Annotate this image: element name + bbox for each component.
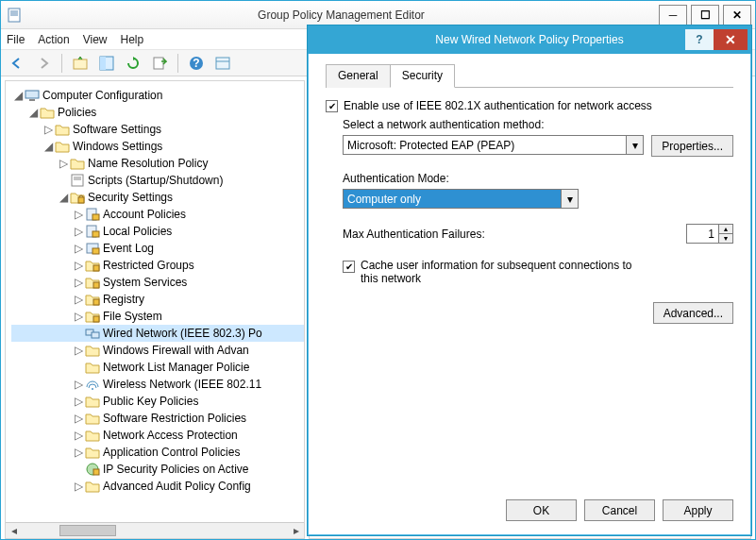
auth-mode-select[interactable]: Computer only ▾ [343, 189, 579, 209]
tree-label[interactable]: Network List Manager Policie [103, 361, 249, 374]
tab-security[interactable]: Security [390, 64, 455, 88]
back-button[interactable] [7, 53, 27, 74]
expand-icon[interactable]: ▷ [72, 395, 85, 408]
tree-label[interactable]: Scripts (Startup/Shutdown) [88, 174, 223, 187]
tree-label[interactable]: Network Access Protection [103, 429, 238, 442]
expand-icon[interactable]: ▷ [72, 412, 85, 425]
tree-label[interactable]: Wireless Network (IEEE 802.11 [103, 378, 261, 391]
tree-label[interactable]: IP Security Policies on Active [103, 463, 249, 476]
cache-checkbox[interactable]: ✔ [343, 261, 355, 273]
svg-rect-12 [25, 91, 39, 98]
cancel-button[interactable]: Cancel [584, 499, 655, 521]
scroll-thumb[interactable] [59, 525, 116, 536]
expand-icon[interactable]: ▷ [57, 157, 70, 170]
expand-icon[interactable]: ◢ [57, 191, 70, 204]
tree-label[interactable]: Event Log [103, 242, 154, 255]
properties-button[interactable]: Properties... [651, 135, 733, 157]
expand-icon[interactable]: ▷ [72, 242, 85, 255]
tree-pane[interactable]: ◢Computer Configuration ◢Policies ▷Softw… [5, 80, 305, 539]
minimize-button[interactable]: ─ [659, 5, 687, 25]
dialog-close-button[interactable]: ✕ [714, 29, 748, 50]
expand-icon[interactable]: ▷ [72, 344, 85, 357]
folder-lock-icon [85, 275, 100, 290]
max-fail-value: 1 [687, 225, 718, 243]
tree-label[interactable]: File System [103, 310, 162, 323]
expand-icon[interactable]: ◢ [26, 106, 40, 119]
menu-help[interactable]: Help [121, 33, 144, 46]
tree-label[interactable]: Registry [103, 293, 144, 306]
expand-icon[interactable]: ▷ [72, 208, 85, 221]
tree-label[interactable]: Account Policies [103, 208, 186, 221]
svg-rect-4 [74, 59, 87, 69]
tree-label[interactable]: Policies [58, 106, 96, 119]
folder-icon [55, 139, 70, 154]
up-icon[interactable] [70, 53, 91, 74]
expand-icon[interactable]: ▷ [72, 259, 85, 272]
expand-icon[interactable]: ◢ [11, 89, 25, 102]
tree-label[interactable]: Public Key Policies [103, 395, 198, 408]
folder-icon [85, 445, 100, 460]
close-button[interactable]: ✕ [723, 5, 751, 25]
tree-label[interactable]: Software Settings [73, 123, 161, 136]
tree-label[interactable]: Name Resolution Policy [88, 157, 208, 170]
help-icon[interactable]: ? [186, 53, 207, 74]
svg-rect-13 [29, 99, 35, 101]
folder-lock-icon [85, 292, 100, 307]
show-hide-console-tree-icon[interactable] [96, 53, 117, 74]
expand-icon[interactable]: ◢ [42, 140, 55, 153]
svg-rect-10 [216, 58, 229, 69]
spin-up-icon[interactable]: ▲ [719, 225, 732, 234]
tab-general[interactable]: General [326, 64, 391, 88]
options-icon[interactable] [212, 53, 233, 74]
enable-8021x-checkbox[interactable]: ✔ [326, 100, 338, 112]
expand-icon[interactable]: ▷ [72, 480, 85, 493]
tree-label[interactable]: Local Policies [103, 225, 172, 238]
tree-label[interactable]: Windows Firewall with Advan [103, 344, 249, 357]
apply-button[interactable]: Apply [663, 499, 733, 521]
horizontal-scrollbar[interactable]: ◂ ▸ [6, 522, 304, 538]
svg-rect-17 [78, 197, 84, 203]
tree-label[interactable]: Application Control Policies [103, 446, 240, 459]
computer-icon [25, 88, 40, 103]
tree-label[interactable]: Windows Settings [73, 140, 162, 153]
folder-lock-icon [85, 309, 100, 324]
expand-icon[interactable]: ▷ [72, 310, 85, 323]
svg-rect-14 [72, 175, 83, 186]
expand-icon[interactable]: ▷ [72, 276, 85, 289]
tree-label[interactable]: Computer Configuration [42, 89, 162, 102]
menu-view[interactable]: View [83, 33, 108, 46]
expand-icon[interactable]: ▷ [72, 293, 85, 306]
svg-rect-7 [154, 58, 163, 69]
dialog-help-button[interactable]: ? [685, 29, 714, 50]
expand-icon[interactable]: ▷ [72, 446, 85, 459]
spin-down-icon[interactable]: ▼ [719, 234, 732, 243]
tree-label[interactable]: Security Settings [88, 191, 173, 204]
tree-label[interactable]: System Services [103, 276, 187, 289]
forward-button[interactable] [33, 53, 54, 74]
menu-action[interactable]: Action [38, 33, 69, 46]
wired-network-icon [85, 326, 100, 341]
policy-icon [85, 224, 100, 239]
ok-button[interactable]: OK [506, 499, 577, 521]
advanced-button[interactable]: Advanced... [653, 302, 733, 324]
refresh-icon[interactable] [123, 53, 143, 74]
scroll-right-icon[interactable]: ▸ [288, 523, 304, 538]
max-fail-input[interactable]: 1 ▲▼ [686, 224, 733, 244]
maximize-button[interactable]: ☐ [691, 5, 719, 25]
tree-item-selected[interactable]: Wired Network (IEEE 802.3) Po [11, 325, 304, 342]
scroll-left-icon[interactable]: ◂ [6, 523, 22, 538]
tree-label[interactable]: Advanced Audit Policy Config [103, 480, 251, 493]
svg-rect-25 [93, 282, 99, 288]
folder-icon [55, 122, 70, 137]
tree-label[interactable]: Restricted Groups [103, 259, 194, 272]
export-list-icon[interactable] [149, 53, 170, 74]
menu-file[interactable]: File [7, 33, 25, 46]
auth-method-select[interactable]: Microsoft: Protected EAP (PEAP) ▾ [343, 135, 644, 155]
expand-icon[interactable]: ▷ [72, 378, 85, 391]
folder-icon [70, 156, 85, 171]
svg-rect-27 [93, 316, 99, 322]
expand-icon[interactable]: ▷ [42, 123, 55, 136]
expand-icon[interactable]: ▷ [72, 225, 85, 238]
tree-label[interactable]: Software Restriction Policies [103, 412, 246, 425]
expand-icon[interactable]: ▷ [72, 429, 85, 442]
